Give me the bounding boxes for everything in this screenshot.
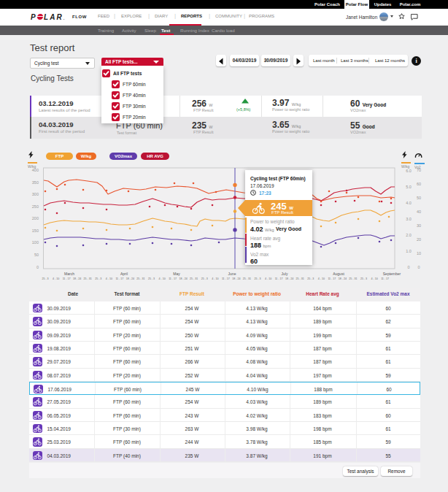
svg-text:25 - 3: 25 - 3 [148, 277, 155, 280]
svg-text:25 - 3: 25 - 3 [95, 277, 101, 280]
svg-text:3.0: 3.0 [406, 217, 412, 221]
svg-text:18 - 24: 18 - 24 [126, 277, 134, 280]
svg-text:2.0: 2.0 [406, 233, 412, 237]
svg-text:4 - 10: 4 - 10 [212, 277, 218, 280]
svg-text:4 - 10: 4 - 10 [158, 277, 165, 280]
svg-text:100: 100 [32, 240, 39, 245]
svg-text:5.0: 5.0 [406, 185, 412, 189]
svg-text:25 - 31: 25 - 31 [243, 277, 251, 280]
svg-text:August: August [333, 272, 344, 276]
svg-text:4 - 10: 4 - 10 [371, 277, 377, 280]
svg-text:25 - 3: 25 - 3 [42, 277, 48, 280]
svg-text:25 - 3: 25 - 3 [360, 277, 367, 280]
svg-text:18 - 24: 18 - 24 [73, 277, 81, 280]
svg-text:0: 0 [36, 265, 39, 269]
svg-text:0: 0 [407, 265, 409, 269]
svg-text:September: September [383, 272, 401, 276]
svg-text:18 - 24: 18 - 24 [232, 277, 240, 280]
svg-text:25 - 31: 25 - 31 [296, 277, 304, 280]
svg-text:40: 40 [417, 210, 421, 214]
svg-text:11 - 17: 11 - 17 [169, 277, 177, 280]
svg-text:25 - 3: 25 - 3 [254, 277, 260, 280]
svg-text:200: 200 [32, 216, 39, 220]
svg-text:400: 400 [32, 168, 39, 172]
svg-text:June: June [228, 272, 236, 276]
svg-text:March: March [64, 272, 74, 276]
svg-text:20: 20 [417, 237, 421, 242]
svg-text:25 - 31: 25 - 31 [136, 277, 144, 280]
svg-text:11 - 17: 11 - 17 [328, 277, 336, 280]
svg-text:May: May [173, 272, 180, 276]
svg-text:300: 300 [32, 192, 39, 196]
svg-text:April: April [120, 272, 128, 276]
svg-text:25 - 3: 25 - 3 [201, 277, 208, 280]
svg-text:4 - 10: 4 - 10 [265, 277, 271, 280]
svg-text:1.0: 1.0 [406, 249, 412, 253]
svg-text:250: 250 [32, 204, 39, 209]
svg-text:18 - 24: 18 - 24 [285, 277, 293, 280]
svg-text:11 - 17: 11 - 17 [275, 277, 283, 280]
svg-text:11 - 17: 11 - 17 [381, 277, 389, 280]
svg-text:11 - 17: 11 - 17 [63, 277, 71, 280]
svg-text:6.0: 6.0 [406, 169, 412, 173]
svg-text:350: 350 [32, 180, 39, 185]
svg-text:0: 0 [417, 265, 420, 269]
svg-text:11 - 17: 11 - 17 [222, 277, 230, 280]
svg-text:30: 30 [417, 223, 421, 228]
svg-text:60: 60 [417, 182, 421, 186]
svg-text:11 - 17: 11 - 17 [115, 277, 123, 280]
svg-text:4 - 10: 4 - 10 [318, 277, 325, 280]
svg-text:25 - 31: 25 - 31 [349, 277, 357, 280]
svg-text:25 - 31: 25 - 31 [190, 277, 198, 280]
svg-text:25 - 3: 25 - 3 [307, 277, 314, 280]
svg-text:25 - 31: 25 - 31 [84, 277, 92, 280]
svg-text:4 - 10: 4 - 10 [106, 277, 112, 280]
svg-text:50: 50 [417, 196, 421, 200]
svg-text:50: 50 [34, 253, 39, 257]
svg-text:10: 10 [417, 251, 421, 255]
svg-text:18 - 24: 18 - 24 [179, 277, 188, 280]
svg-text:18 - 24: 18 - 24 [339, 277, 347, 280]
svg-text:July: July [282, 272, 288, 276]
svg-text:150: 150 [32, 228, 39, 233]
svg-text:4.0: 4.0 [406, 201, 412, 205]
svg-text:4 - 10: 4 - 10 [53, 277, 59, 280]
